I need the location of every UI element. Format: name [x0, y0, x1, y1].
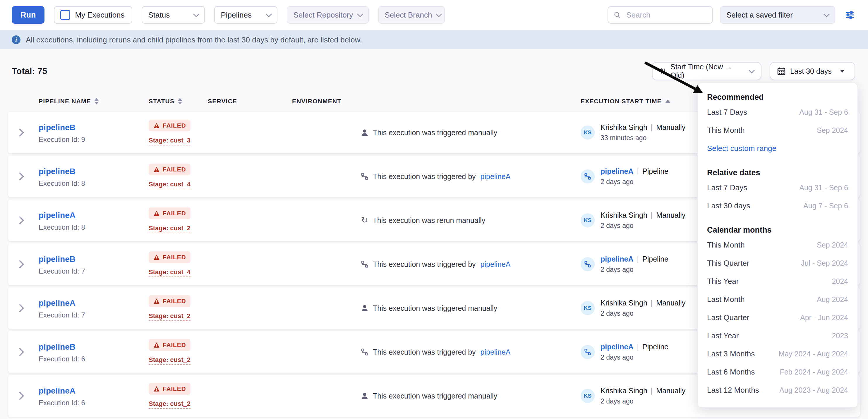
total-count: Total: 75: [12, 66, 47, 76]
stage-link[interactable]: Stage: cust_2: [149, 312, 190, 321]
menu-item-last-30-days[interactable]: Last 30 daysAug 7 - Sep 6: [707, 197, 848, 215]
stage-link[interactable]: Stage: cust_4: [149, 181, 190, 189]
status-badge-label: FAILED: [163, 166, 186, 173]
actor-name[interactable]: pipelineA: [600, 343, 633, 351]
chevron-down-icon: [266, 11, 272, 17]
actor-trigger-mode: Manually: [656, 123, 685, 131]
chevron-right-icon: [16, 260, 24, 268]
actor-separator: |: [651, 387, 653, 395]
pipeline-name-cell: pipelineAExecution Id: 8: [32, 210, 142, 231]
actor-name[interactable]: pipelineA: [600, 255, 633, 263]
menu-item-last-3-months[interactable]: Last 3 MonthsMay 2024 - Aug 2024: [707, 345, 848, 363]
person-icon: [361, 129, 368, 136]
row-expander[interactable]: [8, 173, 32, 180]
date-range-label: Last 30 days: [790, 67, 832, 75]
chevron-down-icon: [436, 11, 442, 17]
status-badge-label: FAILED: [163, 210, 186, 217]
column-header[interactable]: ENVIRONMENT: [285, 98, 354, 105]
menu-item-last-6-months[interactable]: Last 6 MonthsFeb 2024 - Aug 2024: [707, 363, 848, 381]
pipeline-name-cell: pipelineBExecution Id: 6: [32, 341, 142, 363]
menu-item-last-quarter[interactable]: Last QuarterApr - Jun 2024: [707, 309, 848, 326]
status-badge-label: FAILED: [163, 297, 186, 304]
execution-id: Execution Id: 7: [39, 267, 142, 275]
actor-separator: |: [651, 123, 653, 131]
row-expander[interactable]: [8, 130, 32, 135]
pipeline-trigger-link[interactable]: pipelineA: [480, 348, 511, 356]
menu-section-header: Calendar months: [707, 224, 848, 236]
stage-link[interactable]: Stage: cust_2: [149, 356, 190, 365]
status-badge: FAILED: [149, 207, 190, 219]
menu-item-this-month[interactable]: This MonthSep 2024: [707, 121, 848, 139]
pipeline-trigger-link[interactable]: pipelineA: [480, 172, 511, 181]
row-expander[interactable]: [8, 261, 32, 267]
pipeline-link[interactable]: pipelineB: [39, 123, 75, 132]
search-input[interactable]: [625, 10, 707, 20]
menu-item-this-month[interactable]: This MonthSep 2024: [707, 236, 848, 254]
pipelines-select[interactable]: Pipelines: [214, 6, 277, 24]
row-expander[interactable]: [8, 305, 32, 311]
menu-item-last-7-days[interactable]: Last 7 DaysAug 31 - Sep 6: [707, 103, 848, 121]
my-executions-toggle[interactable]: My Executions: [54, 6, 132, 24]
actor-info: pipelineA|Pipeline2 days ago: [600, 167, 669, 186]
manual-trigger-icon: [361, 304, 368, 312]
pipeline-link[interactable]: pipelineA: [39, 298, 75, 308]
search-box[interactable]: [608, 6, 713, 24]
stage-link[interactable]: Stage: cust_2: [149, 400, 190, 409]
menu-item-select-custom-range[interactable]: Select custom range: [707, 139, 848, 157]
sort-arrows-icon[interactable]: [178, 98, 182, 104]
warning-icon: [153, 211, 160, 216]
stage-link[interactable]: Stage: cust_4: [149, 268, 190, 277]
my-executions-checkbox[interactable]: [60, 10, 70, 20]
pipeline-trigger-link[interactable]: pipelineA: [480, 260, 511, 268]
execution-id: Execution Id: 9: [39, 135, 142, 144]
pipeline-link[interactable]: pipelineB: [39, 342, 75, 351]
menu-item-range: 2023: [832, 331, 848, 340]
branch-select-label: Select Branch: [384, 10, 432, 20]
menu-item-last-year[interactable]: Last Year2023: [707, 326, 848, 345]
menu-item-last-month[interactable]: Last MonthAug 2024: [707, 290, 848, 309]
filter-settings-icon[interactable]: [842, 7, 858, 23]
run-button[interactable]: Run: [12, 6, 44, 24]
row-expander[interactable]: [8, 217, 32, 223]
actor-info: Krishika Singh|Manually2 days ago: [600, 387, 685, 405]
pipeline-avatar: [581, 345, 595, 359]
actor-name[interactable]: pipelineA: [600, 167, 633, 175]
actor-trigger-mode: Manually: [656, 211, 685, 219]
repository-select-label: Select Repository: [293, 10, 353, 20]
date-range-button[interactable]: Last 30 days: [770, 62, 855, 80]
pipeline-chain-icon: [361, 261, 368, 268]
menu-item-last-7-days[interactable]: Last 7 DaysAug 31 - Sep 6: [707, 179, 848, 197]
stage-link[interactable]: Stage: cust_2: [149, 224, 190, 233]
column-header[interactable]: SERVICE: [201, 98, 285, 105]
pipeline-link[interactable]: pipelineA: [39, 211, 75, 220]
menu-item-label: This Year: [707, 277, 739, 286]
pipeline-link[interactable]: pipelineA: [39, 386, 75, 395]
trigger-text: This execution was triggered manually: [373, 304, 497, 313]
pipeline-link[interactable]: pipelineB: [39, 167, 75, 176]
column-header[interactable]: PIPELINE NAME: [32, 98, 142, 105]
branch-select[interactable]: Select Branch: [378, 6, 445, 24]
repository-select[interactable]: Select Repository: [287, 6, 369, 24]
stage-link[interactable]: Stage: cust_3: [149, 137, 190, 146]
column-header[interactable]: STATUS: [142, 98, 201, 105]
menu-item-last-12-months[interactable]: Last 12 MonthsAug 2023 - Aug 2024: [707, 381, 848, 399]
pipeline-avatar: [581, 169, 595, 184]
trigger-text: This execution was triggered by: [373, 260, 476, 268]
status-select[interactable]: Status: [142, 6, 205, 24]
info-banner: i All executions, including reruns and c…: [0, 30, 868, 49]
status-badge: FAILED: [149, 120, 190, 131]
menu-item-label: Select custom range: [707, 144, 776, 153]
row-expander[interactable]: [8, 349, 32, 355]
row-expander[interactable]: [8, 393, 32, 399]
menu-item-this-quarter[interactable]: This QuarterJul - Sep 2024: [707, 254, 848, 272]
sort-select[interactable]: Start Time (New → Old): [652, 62, 762, 80]
menu-item-range: Aug 7 - Sep 6: [803, 202, 848, 210]
execution-time: 2 days ago: [600, 178, 669, 186]
sort-ascending-icon[interactable]: [665, 99, 671, 103]
menu-item-this-year[interactable]: This Year2024: [707, 272, 848, 290]
pipeline-link[interactable]: pipelineB: [39, 255, 75, 264]
saved-filter-select[interactable]: Select a saved filter: [720, 6, 835, 24]
sort-arrows-icon[interactable]: [95, 98, 99, 104]
trigger-text: This execution was triggered manually: [373, 392, 497, 400]
warning-icon: [153, 342, 160, 348]
